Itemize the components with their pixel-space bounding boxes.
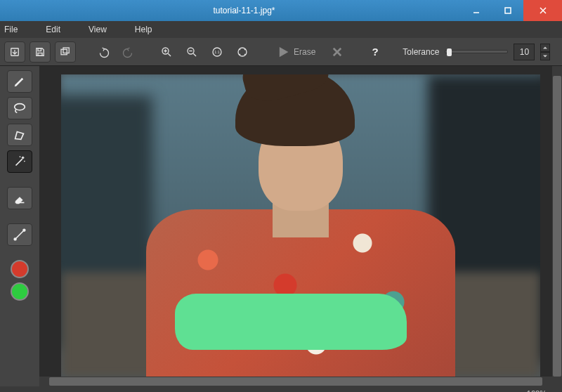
tolerance-label: Tolerance <box>403 47 439 57</box>
tolerance-spin-down[interactable] <box>540 52 550 60</box>
minimize-button[interactable] <box>460 0 492 21</box>
maximize-button[interactable] <box>492 0 523 21</box>
menubar: File Edit View Help <box>0 21 562 38</box>
help-button[interactable]: ? <box>365 41 386 63</box>
play-icon <box>277 46 289 58</box>
polygon-icon <box>12 127 27 143</box>
svg-rect-4 <box>38 53 42 55</box>
close-button[interactable] <box>523 0 562 21</box>
zoom-fit-icon <box>236 46 249 58</box>
menu-edit[interactable]: Edit <box>46 25 60 34</box>
erase-button[interactable]: Erase <box>270 41 322 63</box>
menu-help[interactable]: Help <box>135 25 152 34</box>
polygon-tool[interactable] <box>7 124 32 146</box>
tolerance-value[interactable]: 10 <box>514 44 535 60</box>
zoom-1-1-icon: 1:1 <box>211 46 223 58</box>
zoom-out-icon <box>185 46 198 58</box>
open-button[interactable] <box>4 41 25 63</box>
undo-icon <box>97 46 110 58</box>
toolbar: 1:1 Erase ? Tolerance 10 <box>0 38 562 66</box>
svg-text:1:1: 1:1 <box>214 50 219 54</box>
tool-sidebar <box>0 66 39 386</box>
chevron-up-icon <box>543 46 547 49</box>
magic-wand-tool[interactable] <box>7 150 32 173</box>
line-tool[interactable] <box>7 223 32 246</box>
svg-rect-5 <box>61 49 67 55</box>
compare-button[interactable] <box>55 41 76 63</box>
tolerance-slider[interactable] <box>445 50 508 53</box>
save-button[interactable] <box>30 41 51 63</box>
statusbar: 160% <box>0 386 562 392</box>
tolerance-spin-up[interactable] <box>540 44 550 52</box>
window-title: tutorial-11-1.jpg* <box>28 6 460 15</box>
eraser-tool[interactable] <box>7 187 32 209</box>
background-color[interactable] <box>11 282 29 301</box>
horizontal-scrollbar[interactable] <box>39 377 552 386</box>
scroll-thumb-v[interactable] <box>553 76 561 377</box>
lasso-tool[interactable] <box>7 97 32 119</box>
scroll-thumb-h[interactable] <box>49 377 542 386</box>
zoom-fit-button[interactable] <box>232 41 253 63</box>
selection-mask <box>175 294 407 350</box>
slider-thumb[interactable] <box>447 48 452 56</box>
undo-button[interactable] <box>93 41 114 63</box>
svg-rect-1 <box>505 8 511 13</box>
x-icon <box>331 46 344 58</box>
cancel-button[interactable] <box>327 41 348 63</box>
question-icon: ? <box>369 46 381 58</box>
folder-open-icon <box>8 46 21 58</box>
redo-icon <box>122 46 135 58</box>
zoom-in-button[interactable] <box>156 41 177 63</box>
layers-icon <box>59 46 72 58</box>
canvas-area <box>39 66 562 386</box>
svg-text:?: ? <box>372 46 379 58</box>
eraser-icon <box>12 190 27 206</box>
svg-point-11 <box>238 48 247 56</box>
redo-button[interactable] <box>118 41 139 63</box>
menu-view[interactable]: View <box>89 25 107 34</box>
line-icon <box>12 227 27 242</box>
svg-rect-3 <box>38 48 41 51</box>
titlebar: tutorial-11-1.jpg* <box>0 0 562 21</box>
zoom-level[interactable]: 160% <box>527 389 547 392</box>
save-icon <box>34 46 46 58</box>
magic-wand-icon <box>12 154 27 169</box>
chevron-down-icon <box>543 55 547 58</box>
erase-label: Erase <box>294 47 315 57</box>
marker-tool[interactable] <box>7 70 32 93</box>
vertical-scrollbar[interactable] <box>552 66 562 386</box>
zoom-in-icon <box>160 46 173 58</box>
workspace <box>0 66 562 386</box>
zoom-out-button[interactable] <box>181 41 202 63</box>
svg-rect-6 <box>63 48 69 53</box>
foreground-color[interactable] <box>11 260 29 278</box>
image-canvas[interactable] <box>61 74 540 378</box>
svg-point-13 <box>15 104 25 110</box>
menu-file[interactable]: File <box>4 25 18 34</box>
marker-icon <box>12 74 27 89</box>
zoom-actual-button[interactable]: 1:1 <box>207 41 228 63</box>
lasso-icon <box>12 100 27 116</box>
